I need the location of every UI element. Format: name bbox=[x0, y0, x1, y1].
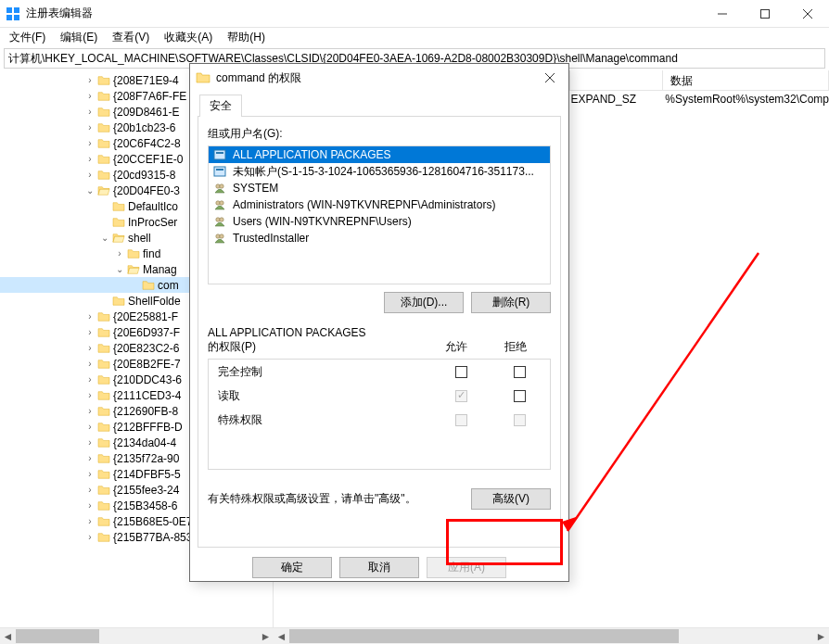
permissions-listbox[interactable]: 完全控制读取特殊权限 bbox=[208, 359, 551, 470]
group-item-label: Administrators (WIN-N9TKVNREPNF\Administ… bbox=[233, 198, 495, 211]
group-item[interactable]: 未知帐户(S-1-15-3-1024-1065365936-1281604716… bbox=[209, 163, 550, 180]
tree-item-label: {20CCEF1E-0 bbox=[113, 153, 183, 166]
menu-favorites[interactable]: 收藏夹(A) bbox=[159, 28, 218, 47]
chevron-right-icon[interactable]: › bbox=[83, 122, 96, 133]
chevron-right-icon[interactable]: › bbox=[83, 154, 96, 164]
group-item[interactable]: SYSTEM bbox=[209, 180, 550, 196]
cancel-button[interactable]: 取消 bbox=[339, 557, 419, 578]
tree-item-label: {215B3458-6 bbox=[113, 499, 177, 512]
svg-point-15 bbox=[220, 184, 223, 188]
chevron-right-icon[interactable]: › bbox=[83, 138, 96, 148]
tab-security[interactable]: 安全 bbox=[199, 95, 242, 117]
advanced-button[interactable]: 高级(V) bbox=[471, 488, 551, 510]
chevron-right-icon[interactable]: › bbox=[83, 327, 96, 337]
value-data: %SystemRoot%\system32\Comp bbox=[665, 93, 829, 106]
allow-checkbox bbox=[455, 390, 467, 402]
folder-icon bbox=[96, 484, 111, 497]
group-item-label: ALL APPLICATION PACKAGES bbox=[233, 148, 391, 161]
tree-item-label: {212BFFFB-D bbox=[113, 421, 183, 434]
menu-file[interactable]: 文件(F) bbox=[4, 28, 51, 47]
tree-hscroll[interactable]: ◄ ► bbox=[0, 627, 274, 644]
chevron-right-icon[interactable]: › bbox=[83, 406, 96, 416]
tree-item-label: find bbox=[143, 247, 160, 260]
dialog-close-button[interactable] bbox=[531, 65, 568, 91]
chevron-right-icon[interactable]: › bbox=[83, 500, 96, 511]
group-item-label: 未知帐户(S-1-15-3-1024-1065365936-1281604716… bbox=[233, 164, 534, 180]
chevron-right-icon[interactable]: › bbox=[83, 343, 96, 353]
chevron-right-icon[interactable]: › bbox=[83, 437, 96, 448]
package-icon bbox=[212, 148, 227, 161]
svg-rect-3 bbox=[14, 15, 19, 20]
minimize-button[interactable] bbox=[701, 0, 744, 28]
folder-icon bbox=[111, 232, 126, 245]
deny-checkbox bbox=[514, 414, 526, 426]
bottom-scrollbars: ◄ ► ◄ ► bbox=[0, 627, 829, 644]
group-item-label: Users (WIN-N9TKVNREPNF\Users) bbox=[233, 215, 412, 228]
dialog-titlebar: command 的权限 bbox=[190, 64, 568, 92]
group-item[interactable]: ALL APPLICATION PACKAGES bbox=[209, 146, 550, 163]
deny-header: 拒绝 bbox=[504, 339, 527, 355]
chevron-right-icon[interactable]: › bbox=[83, 453, 96, 463]
window-title: 注册表编辑器 bbox=[26, 6, 701, 21]
chevron-down-icon[interactable]: ⌄ bbox=[98, 233, 111, 243]
scroll-left-icon[interactable]: ◄ bbox=[274, 628, 289, 644]
tree-item-label: {20E8B2FE-7 bbox=[113, 358, 181, 371]
menu-help[interactable]: 帮助(H) bbox=[222, 28, 271, 47]
chevron-right-icon[interactable]: › bbox=[83, 469, 96, 479]
apply-button[interactable]: 应用(A) bbox=[427, 557, 506, 578]
group-icon bbox=[212, 215, 227, 228]
chevron-right-icon[interactable]: › bbox=[83, 485, 96, 495]
folder-icon bbox=[96, 421, 111, 434]
chevron-right-icon[interactable]: › bbox=[83, 390, 96, 400]
folder-icon bbox=[111, 216, 126, 229]
chevron-right-icon[interactable]: › bbox=[83, 75, 96, 85]
folder-icon bbox=[96, 121, 111, 134]
chevron-right-icon[interactable]: › bbox=[83, 91, 96, 101]
remove-button[interactable]: 删除(R) bbox=[471, 292, 551, 313]
tree-item-label: {20C6F4C2-8 bbox=[113, 137, 181, 150]
chevron-right-icon[interactable]: › bbox=[83, 311, 96, 322]
col-type[interactable] bbox=[570, 70, 663, 90]
chevron-right-icon[interactable]: › bbox=[113, 248, 126, 259]
scroll-right-icon[interactable]: ► bbox=[258, 628, 274, 644]
chevron-right-icon[interactable]: › bbox=[83, 374, 96, 385]
svg-point-21 bbox=[220, 234, 223, 238]
scroll-right-icon[interactable]: ► bbox=[813, 628, 829, 644]
chevron-right-icon[interactable]: › bbox=[83, 516, 96, 526]
menu-edit[interactable]: 编辑(E) bbox=[55, 28, 103, 47]
menu-view[interactable]: 查看(V) bbox=[107, 28, 155, 47]
chevron-right-icon[interactable]: › bbox=[83, 170, 96, 180]
group-item-label: TrustedInstaller bbox=[233, 232, 309, 245]
chevron-right-icon[interactable]: › bbox=[83, 359, 96, 369]
value-hscroll[interactable]: ◄ ► bbox=[274, 627, 829, 644]
allow-checkbox[interactable] bbox=[455, 366, 467, 378]
chevron-right-icon[interactable]: › bbox=[83, 422, 96, 432]
col-data[interactable]: 数据 bbox=[663, 70, 829, 90]
group-listbox[interactable]: ALL APPLICATION PACKAGES未知帐户(S-1-15-3-10… bbox=[208, 145, 551, 284]
add-button[interactable]: 添加(D)... bbox=[384, 292, 464, 313]
scroll-left-icon[interactable]: ◄ bbox=[0, 628, 16, 644]
svg-rect-10 bbox=[214, 150, 225, 159]
maximize-button[interactable] bbox=[744, 0, 786, 28]
permission-label: 读取 bbox=[218, 388, 455, 404]
folder-icon bbox=[196, 70, 210, 85]
chevron-down-icon[interactable]: ⌄ bbox=[113, 264, 126, 274]
group-icon bbox=[212, 232, 227, 245]
svg-rect-1 bbox=[14, 7, 19, 13]
permission-label: 完全控制 bbox=[218, 364, 455, 380]
group-item[interactable]: Administrators (WIN-N9TKVNREPNF\Administ… bbox=[209, 196, 550, 213]
ok-button[interactable]: 确定 bbox=[252, 557, 332, 578]
chevron-right-icon[interactable]: › bbox=[83, 532, 96, 542]
folder-icon bbox=[111, 295, 126, 308]
close-button[interactable] bbox=[786, 0, 829, 28]
chevron-right-icon[interactable]: › bbox=[83, 107, 96, 117]
chevron-down-icon[interactable]: ⌄ bbox=[83, 185, 96, 196]
deny-checkbox[interactable] bbox=[514, 390, 526, 402]
group-item[interactable]: Users (WIN-N9TKVNREPNF\Users) bbox=[209, 213, 550, 230]
advanced-text: 有关特殊权限或高级设置，请单击"高级"。 bbox=[208, 491, 416, 507]
group-item[interactable]: TrustedInstaller bbox=[209, 230, 550, 246]
perm-label-2: 的权限(P) bbox=[208, 339, 366, 355]
app-icon bbox=[6, 6, 20, 21]
deny-checkbox[interactable] bbox=[514, 366, 526, 378]
svg-point-17 bbox=[220, 201, 223, 205]
